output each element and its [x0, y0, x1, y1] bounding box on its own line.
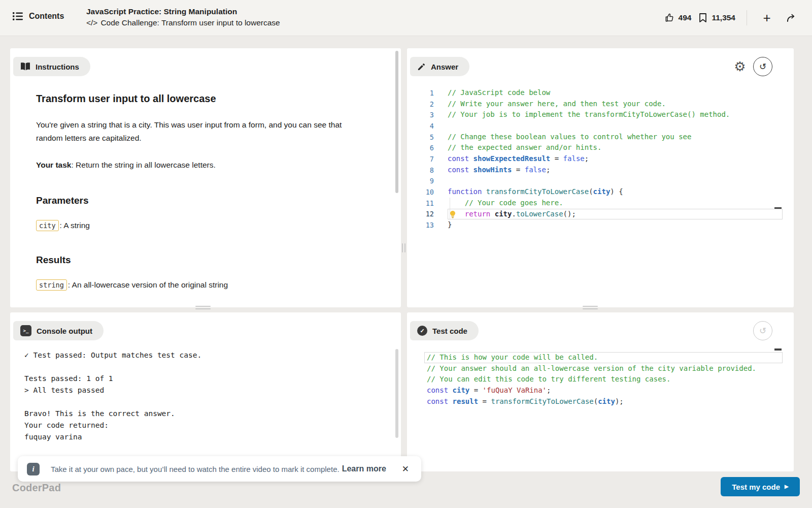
line-number: 8	[407, 166, 434, 174]
bookmark-button[interactable]: 11,354	[698, 13, 735, 23]
banner-close-icon[interactable]: ✕	[399, 462, 412, 477]
test-my-code-button[interactable]: Test my code ▶	[721, 477, 800, 496]
parameters-heading: Parameters	[36, 195, 371, 206]
challenge-description: You're given a string that is a city. Th…	[36, 118, 356, 145]
book-icon	[20, 62, 30, 71]
console-line	[24, 396, 386, 408]
lesson-subtitle: </>Code Challenge: Transform user input …	[86, 17, 280, 28]
share-arrow-icon	[786, 13, 797, 23]
right-row-resize-handle[interactable]	[583, 306, 598, 309]
add-button[interactable]: +	[758, 9, 775, 26]
code-line[interactable]: // Your answer should an all-lowercase v…	[407, 363, 783, 374]
tab-answer[interactable]: Answer	[410, 57, 469, 76]
code-line[interactable]: 6// the expected answer and/or hints.	[407, 142, 783, 153]
tab-label: Console output	[37, 327, 92, 335]
plus-icon: +	[763, 11, 770, 24]
test-editor[interactable]: // This is how your code will be called.…	[407, 352, 783, 467]
answer-editor[interactable]: 1// JavaScript code below2// Write your …	[407, 87, 783, 303]
code-line[interactable]: 7const showExpectedResult = false;	[407, 153, 783, 165]
gear-icon: ⚙	[734, 59, 746, 75]
share-button[interactable]	[783, 9, 800, 26]
task-line: Your task: Return the string in all lowe…	[36, 158, 371, 172]
console-line: ✓ Test passed: Output matches test case.	[24, 350, 386, 361]
code-line[interactable]: 2// Write your answer here, and then tes…	[407, 99, 783, 110]
code-text: }	[434, 219, 452, 231]
learn-more-link[interactable]: Learn more	[342, 464, 386, 473]
header-divider	[747, 10, 747, 25]
tab-instructions[interactable]: Instructions	[13, 57, 90, 76]
top-header: Contents JavaScript Practice: String Man…	[0, 0, 812, 36]
console-line: > All tests passed	[24, 385, 386, 396]
scroll-annotation-tick	[774, 207, 782, 209]
pace-banner: i Take it at your own pace, but you’ll n…	[18, 456, 421, 482]
code-text: function transformCityToLowerCase(city) …	[434, 186, 623, 198]
tab-console[interactable]: >_ Console output	[13, 321, 104, 340]
code-line[interactable]: 11 // Your code goes here.	[407, 198, 783, 209]
reset-icon: ↺	[759, 326, 766, 336]
line-number: 7	[407, 155, 434, 163]
code-line[interactable]: 4	[407, 120, 783, 132]
test-reset-button[interactable]: ↺	[753, 321, 772, 340]
play-icon: ▶	[785, 484, 789, 489]
answer-panel: Answer ⚙ ↺ 1// JavaScript code below2// …	[407, 48, 794, 307]
tab-label: Instructions	[36, 62, 79, 71]
pencil-icon	[417, 62, 426, 71]
line-number: 9	[407, 177, 434, 185]
line-number: 4	[407, 122, 434, 130]
editor-settings-button[interactable]: ⚙	[730, 56, 750, 77]
line-number: 12	[407, 210, 434, 218]
bookmark-icon	[698, 13, 707, 23]
thumbs-up-icon	[664, 13, 674, 23]
info-icon: i	[27, 463, 40, 475]
code-line[interactable]: 13}	[407, 219, 783, 231]
code-line[interactable]: 1// JavaScript code below	[407, 87, 783, 99]
course-title-block: JavaScript Practice: String Manipulation…	[86, 6, 280, 28]
instructions-scrollbar[interactable]	[395, 51, 398, 193]
left-row-resize-handle[interactable]	[195, 306, 211, 309]
code-line[interactable]: 10function transformCityToLowerCase(city…	[407, 186, 783, 198]
code-line[interactable]: const city = 'fuQuaY VaRina';	[407, 385, 783, 396]
contents-label: Contents	[29, 12, 64, 21]
code-line[interactable]: 12 return city.toLowerCase();	[407, 209, 783, 220]
banner-text: Take it at your own pace, but you’ll nee…	[51, 465, 340, 473]
console-line	[24, 361, 386, 373]
tab-test-code[interactable]: ✓ Test code	[410, 321, 479, 340]
code-glyph: </>	[86, 18, 97, 27]
line-number: 2	[407, 100, 434, 108]
console-scrollbar[interactable]	[395, 349, 398, 438]
code-line[interactable]: 3// Your job is to implement the transfo…	[407, 109, 783, 120]
contents-button[interactable]: Contents	[12, 11, 64, 22]
line-number: 5	[407, 133, 434, 141]
code-text: // Your answer should an all-lowercase v…	[407, 363, 756, 374]
like-count: 494	[679, 13, 692, 22]
code-line[interactable]: 9	[407, 176, 783, 187]
code-text: const showHints = false;	[434, 165, 550, 176]
console-output: ✓ Test passed: Output matches test case.…	[24, 350, 386, 466]
line-number: 10	[407, 188, 434, 196]
console-line: Tests passed: 1 of 1	[24, 373, 386, 385]
scroll-annotation-tick	[774, 348, 782, 351]
code-text: // Your job is to implement the transfor…	[434, 109, 730, 120]
console-line: Your code returned:	[24, 420, 386, 431]
code-line[interactable]: 5// Change these boolean values to contr…	[407, 132, 783, 143]
line-number: 6	[407, 144, 434, 152]
hint-lightbulb-icon[interactable]	[450, 211, 456, 218]
like-button[interactable]: 494	[664, 13, 692, 23]
code-line[interactable]: const result = transformCityToLowerCase(…	[407, 396, 783, 407]
code-text: // You can edit this code to try differe…	[407, 374, 670, 385]
contents-list-icon	[12, 11, 23, 22]
answer-reset-button[interactable]: ↺	[753, 57, 772, 76]
column-resize-handle[interactable]	[402, 243, 405, 252]
result-code-chip: string	[36, 279, 67, 291]
code-line[interactable]: // You can edit this code to try differe…	[407, 374, 783, 385]
check-circle-icon: ✓	[417, 326, 427, 336]
code-line[interactable]: // This is how your code will be called.	[407, 352, 783, 363]
console-line: Bravo! This is the correct answer.	[24, 408, 386, 420]
result-line: string : An all-lowercase version of the…	[36, 279, 371, 291]
console-panel: >_ Console output ✓ Test passed: Output …	[10, 312, 401, 471]
code-text: // Your code goes here.	[434, 198, 563, 209]
bookmark-count: 11,354	[712, 13, 735, 22]
course-title: JavaScript Practice: String Manipulation	[86, 6, 280, 17]
code-line[interactable]: 8const showHints = false;	[407, 165, 783, 176]
reset-icon: ↺	[759, 61, 766, 72]
